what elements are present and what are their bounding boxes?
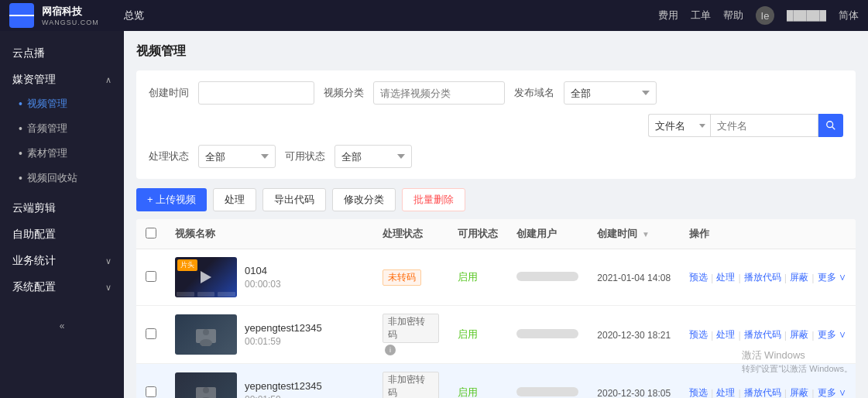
process-status-tag: 非加密转码 [383,314,439,343]
op-preview[interactable]: 预选 [689,271,708,284]
th-avail-status: 可用状态 [448,219,507,249]
user-placeholder [516,329,578,338]
video-duration: 00:01:59 [245,394,322,398]
sidebar-item-recycle[interactable]: 视频回收站 [0,166,124,190]
op-separator: | [738,387,740,399]
table-row: yepengtest12345 00:01:59 非加密转码i启用2020-12… [136,364,856,399]
create-time-input[interactable] [198,81,314,105]
create-time-value: 2020-12-30 18:21 [597,330,671,341]
search-input[interactable] [710,114,818,137]
nav-help[interactable]: 帮助 [723,9,743,22]
sidebar-section-stats-header[interactable]: 业务统计 ∨ [0,246,124,273]
op-separator: | [811,387,814,399]
export-code-button[interactable]: 导出代码 [262,188,326,211]
op-preview[interactable]: 预选 [689,328,708,341]
sidebar-item-audio[interactable]: 音频管理 [0,116,124,141]
table-row: 片头 0104 00:00:03 未转码启用2021-01-04 14:08预选… [136,249,856,306]
logo-top: 网宿科技 [42,5,99,19]
op-separator: | [738,272,740,283]
top-nav: 网宿科技 WANGSU.COM 总览 费用 工单 帮助 Ie ██████ 简体 [0,0,868,31]
op-separator: | [811,272,814,283]
op-block[interactable]: 屏蔽 [790,328,808,341]
main-content: 视频管理 创建时间 视频分类 发布域名 全部 文件名 [124,31,868,398]
op-block[interactable]: 屏蔽 [790,386,808,399]
create-time-cell: 2020-12-30 18:05 [588,364,680,399]
menu-button[interactable] [9,3,34,28]
process-status-select[interactable]: 全部 [198,145,276,168]
svg-line-1 [832,127,835,130]
search-button[interactable] [818,114,843,137]
user-placeholder [516,387,578,396]
op-play-code[interactable]: 播放代码 [744,271,781,284]
op-more[interactable]: 更多 ∨ [818,328,846,341]
video-category-input[interactable] [373,81,505,105]
nav-overview[interactable]: 总览 [124,9,144,22]
sidebar-item-material[interactable]: 素材管理 [0,141,124,166]
sidebar-section-self-header[interactable]: 自助配置 [0,220,124,246]
select-all-checkbox[interactable] [146,228,156,238]
create-time-value: 2020-12-30 18:05 [597,388,671,399]
process-status-tag: 未转码 [383,269,421,286]
op-play-code[interactable]: 播放代码 [744,328,781,341]
user-name[interactable]: ██████ [787,10,826,21]
create-user-cell [507,249,588,306]
sidebar-cloud-play[interactable]: 云点播 [0,39,124,65]
video-duration: 00:00:03 [245,279,281,290]
sidebar-section-edit-header[interactable]: 云端剪辑 [0,194,124,220]
op-separator: | [711,329,713,341]
process-status-tag: 非加密转码 [383,372,439,398]
op-block[interactable]: 屏蔽 [790,271,808,284]
sidebar-section-sys-header[interactable]: 系统配置 ∨ [0,273,124,299]
op-preview[interactable]: 预选 [689,386,708,399]
batch-delete-button[interactable]: 批量删除 [402,188,465,211]
avail-status-tag: 启用 [458,386,478,398]
op-separator: | [711,272,713,283]
video-title: yepengtest12345 [245,380,322,392]
filter-row-1: 创建时间 视频分类 发布域名 全部 文件名 [149,81,843,137]
info-icon[interactable]: i [385,345,396,355]
create-time-label: 创建时间 [149,86,189,100]
row-checkbox[interactable] [146,386,156,397]
row-checkbox[interactable] [146,271,156,282]
sidebar-section-media-header[interactable]: 媒资管理 ∧ [0,65,124,91]
avail-status-cell: 启用 [448,249,507,306]
create-time-value: 2021-01-04 14:08 [597,273,671,283]
op-list: 预选|处理|播放代码|屏蔽|更多 ∨ [689,328,846,341]
sidebar-collapse-btn[interactable]: « [0,314,124,338]
sidebar-item-video[interactable]: 视频管理 [0,91,124,116]
row-checkbox[interactable] [146,328,156,339]
avail-status-cell: 启用 [448,364,507,399]
create-user-cell [507,364,588,399]
op-process[interactable]: 处理 [716,328,735,341]
modify-category-button[interactable]: 修改分类 [332,188,396,211]
nav-ticket[interactable]: 工单 [691,9,711,22]
search-type-select[interactable]: 文件名 [648,114,710,137]
video-name-cell: yepengtest12345 00:01:59 [166,306,373,364]
search-icon [825,120,836,131]
op-more[interactable]: 更多 ∨ [818,386,846,399]
publish-domain-select[interactable]: 全部 [564,81,657,105]
video-duration: 00:01:59 [245,336,322,347]
upload-video-button[interactable]: + 上传视频 [136,188,207,211]
avail-status-select[interactable]: 全部 [335,145,412,168]
op-list: 预选|处理|播放代码|屏蔽|更多 ∨ [689,386,846,399]
process-button[interactable]: 处理 [213,188,256,211]
page-title: 视频管理 [136,43,856,60]
publish-domain-label: 发布域名 [514,86,554,100]
th-ops: 操作 [680,219,856,249]
op-process[interactable]: 处理 [716,271,735,284]
op-process[interactable]: 处理 [716,386,735,399]
user-avatar[interactable]: Ie [756,6,774,25]
th-checkbox [136,219,166,249]
layout: 云点播 媒资管理 ∧ 视频管理 音频管理 素材管理 视频回收站 云端剪辑 [0,31,868,398]
op-more[interactable]: 更多 ∨ [818,271,846,284]
nav-billing[interactable]: 费用 [658,9,678,22]
op-separator: | [784,387,787,399]
lang-switch[interactable]: 简体 [839,9,859,22]
video-title: 0104 [245,265,281,276]
table-row: yepengtest12345 00:01:59 非加密转码i启用2020-12… [136,306,856,364]
op-separator: | [784,272,787,283]
sidebar-section-self-label: 自助配置 [12,228,56,242]
op-separator: | [711,387,713,399]
op-play-code[interactable]: 播放代码 [744,386,781,399]
